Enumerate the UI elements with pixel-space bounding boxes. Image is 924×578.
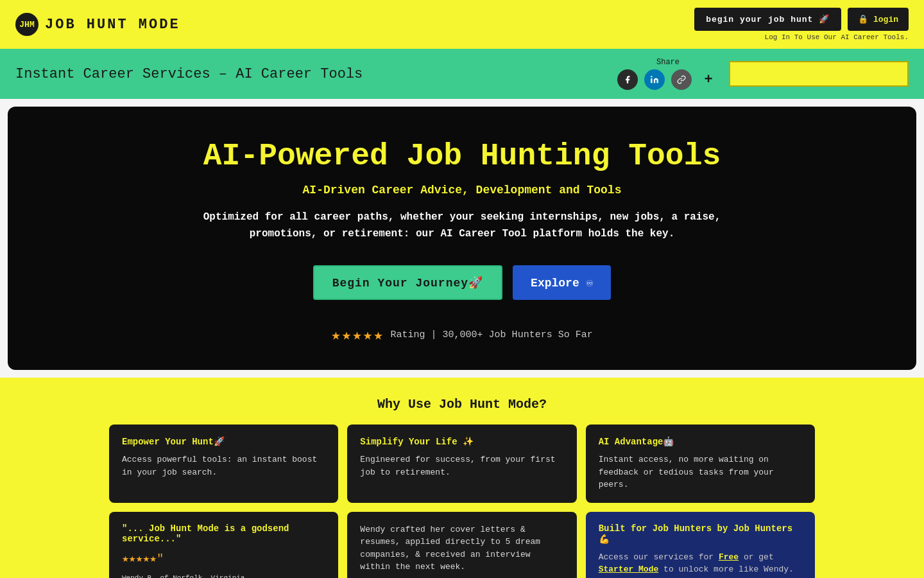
hero-buttons: Begin Your Journey🚀 Explore ♾️ — [33, 265, 891, 300]
card-cta: Built for Job Hunters by Job Hunters 💪 A… — [586, 512, 815, 578]
hero-title: AI-Powered Job Hunting Tools — [33, 139, 891, 173]
card-ai-text: Instant access, no more waiting on feedb… — [599, 453, 802, 491]
testimonial-author: Wendy B. of Norfolk, Virginia — [122, 573, 325, 578]
cta-text-before: Access our services for — [599, 552, 719, 562]
card-empower-text: Access powerful tools: an instant boost … — [122, 453, 325, 478]
link-icon[interactable] — [671, 69, 692, 90]
share-label: Share — [656, 58, 680, 67]
begin-job-hunt-button[interactable]: begin your job hunt 🚀 — [694, 8, 841, 31]
site-name: JOB HUNT MODE — [45, 17, 180, 33]
banner-right: Share + — [617, 58, 909, 90]
hero-description: Optimized for all career paths, whether … — [173, 209, 751, 242]
why-section: Why Use Job Hunt Mode? Empower Your Hunt… — [0, 378, 924, 578]
card-testimonial: "... Job Hunt Mode is a godsend service.… — [109, 512, 338, 578]
logo-area: JHM JOB HUNT MODE — [15, 13, 180, 36]
card-simplify: Simplify Your Life ✨ Engineered for succ… — [347, 425, 576, 503]
header-buttons: begin your job hunt 🚀 🔒 login — [694, 8, 909, 31]
testimonial-stars: ★★★★★" — [122, 550, 325, 568]
card-simplify-title: Simplify Your Life ✨ — [360, 436, 563, 447]
green-banner: Instant Career Services – AI Career Tool… — [0, 49, 924, 99]
share-section: Share + — [617, 58, 719, 90]
rating-section: ★★★★★ Rating | 30,000+ Job Hunters So Fa… — [33, 326, 891, 344]
card-empower: Empower Your Hunt🚀 Access powerful tools… — [109, 425, 338, 503]
card-simplify-text: Engineered for success, from your first … — [360, 453, 563, 478]
free-link[interactable]: Free — [719, 552, 739, 562]
svg-point-0 — [651, 76, 652, 77]
cta-text-middle: or get — [739, 552, 774, 562]
starter-mode-link[interactable]: Starter Mode — [599, 565, 659, 574]
banner-title: Instant Career Services – AI Career Tool… — [15, 66, 363, 82]
card-ai-title: AI Advantage🤖 — [599, 436, 802, 447]
plus-icon[interactable]: + — [698, 69, 719, 90]
rating-text: Rating | 30,000+ Job Hunters So Far — [391, 329, 593, 340]
card-cta-text: Access our services for Free or get Star… — [599, 551, 802, 576]
cards-grid-row2: "... Job Hunt Mode is a godsend service.… — [109, 512, 815, 578]
card-empower-title: Empower Your Hunt🚀 — [122, 436, 325, 447]
share-icons: + — [617, 69, 719, 90]
search-input[interactable] — [729, 61, 909, 87]
header: JHM JOB HUNT MODE begin your job hunt 🚀 … — [0, 0, 924, 49]
linkedin-icon[interactable] — [644, 69, 665, 90]
why-title: Why Use Job Hunt Mode? — [15, 397, 909, 412]
card-ai: AI Advantage🤖 Instant access, no more wa… — [586, 425, 815, 503]
login-button[interactable]: 🔒 login — [848, 8, 909, 31]
card-story: Wendy crafted her cover letters & resume… — [347, 512, 576, 578]
cta-text-after: to unlock more like Wendy. — [658, 565, 794, 574]
header-right: begin your job hunt 🚀 🔒 login Log In To … — [694, 8, 909, 41]
rating-stars: ★★★★★ — [331, 326, 384, 344]
cards-grid-row1: Empower Your Hunt🚀 Access powerful tools… — [109, 425, 815, 503]
logo-badge: JHM — [15, 13, 38, 36]
explore-button[interactable]: Explore ♾️ — [513, 265, 611, 300]
begin-journey-button[interactable]: Begin Your Journey🚀 — [313, 265, 502, 300]
header-subtext: Log In To Use Our AI Career Tools. — [765, 33, 909, 41]
card-testimonial-quote: "... Job Hunt Mode is a godsend service.… — [122, 523, 325, 544]
card-cta-title: Built for Job Hunters by Job Hunters 💪 — [599, 523, 802, 545]
facebook-icon[interactable] — [617, 69, 638, 90]
card-story-text: Wendy crafted her cover letters & resume… — [360, 523, 563, 574]
hero-section: AI-Powered Job Hunting Tools AI-Driven C… — [8, 107, 916, 370]
hero-subtitle: AI-Driven Career Advice, Development and… — [33, 184, 891, 197]
